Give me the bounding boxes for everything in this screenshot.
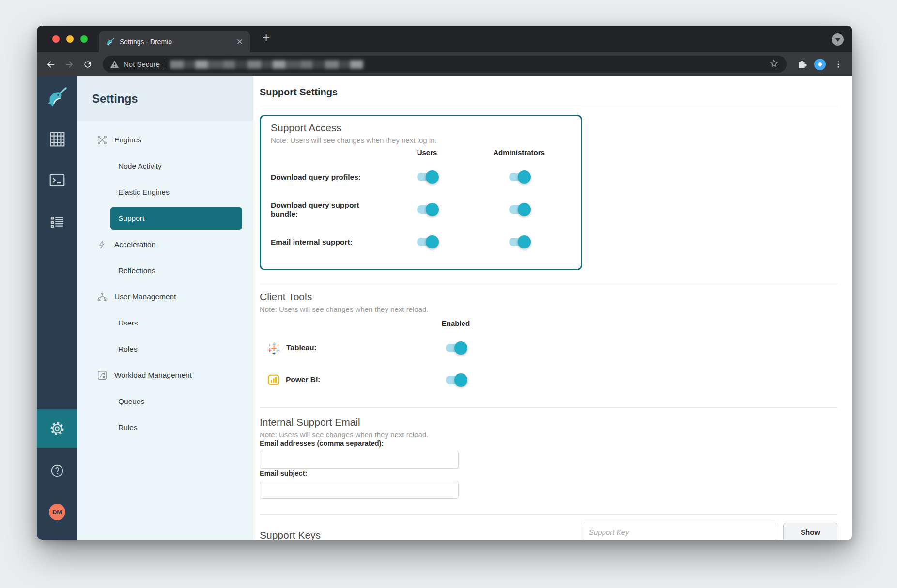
toggle-powerbi-enabled[interactable] xyxy=(446,376,466,384)
nav-item-elastic-engines[interactable]: Elastic Engines xyxy=(77,179,253,205)
nav-item-label: Node Activity xyxy=(118,162,162,170)
divider xyxy=(260,514,837,515)
engines-icon xyxy=(97,135,108,145)
toggle-email-internal-support-users[interactable] xyxy=(417,238,437,246)
divider xyxy=(260,407,837,408)
row-label-email-internal-support: Email internal support: xyxy=(271,226,387,258)
show-support-key-button[interactable]: Show xyxy=(783,523,837,540)
nav-item-support-selected[interactable]: Support xyxy=(110,207,242,230)
reload-button[interactable] xyxy=(80,57,95,72)
client-tools-title: Client Tools xyxy=(260,291,837,303)
email-addresses-label: Email addresses (comma separated): xyxy=(260,439,384,447)
settings-panel-title: Settings xyxy=(92,92,138,106)
browser-toolbar: Not Secure xyxy=(37,52,852,76)
browser-tab[interactable]: Settings - Dremio ✕ xyxy=(99,31,250,52)
support-access-box: Support Access Note: Users will see chan… xyxy=(260,115,582,270)
toggle-knob xyxy=(426,170,439,184)
toggle-download-query-profiles-admins[interactable] xyxy=(509,173,529,181)
tableau-icon: + + + + + + + xyxy=(267,341,280,355)
column-header-users: Users xyxy=(387,148,467,161)
toggle-knob xyxy=(454,373,467,387)
help-icon[interactable] xyxy=(37,464,77,478)
browser-window: Settings - Dremio ✕ + Not Secure xyxy=(37,26,852,540)
nav-item-acceleration[interactable]: Acceleration xyxy=(77,232,253,258)
nav-item-label: Elastic Engines xyxy=(118,188,170,197)
toggle-knob xyxy=(518,235,531,248)
dremio-app: DM Settings Engines xyxy=(37,76,852,540)
column-header-enabled: Enabled xyxy=(419,319,492,332)
divider xyxy=(260,283,837,283)
column-header-administrators: Administrators xyxy=(467,148,571,161)
svg-text:+: + xyxy=(272,341,276,347)
support-keys-section: Support Keys Show xyxy=(260,523,837,540)
email-addresses-field[interactable] xyxy=(260,451,459,469)
acceleration-lightning-icon xyxy=(97,239,108,250)
support-access-note: Note: Users will see changes when they n… xyxy=(271,136,571,144)
close-window-button[interactable] xyxy=(52,35,60,43)
sql-runner-terminal-icon[interactable] xyxy=(37,171,77,189)
forward-button[interactable] xyxy=(62,57,77,72)
not-secure-warning-icon xyxy=(110,61,119,68)
email-subject-field[interactable] xyxy=(260,481,459,499)
settings-nav-item-active[interactable] xyxy=(37,409,77,448)
dremio-logo-icon[interactable] xyxy=(37,86,77,108)
client-tools-rows: + + + + + + + Tableau: xyxy=(260,332,837,396)
nav-item-user-management[interactable]: User Management xyxy=(77,284,253,310)
profile-extension-icon[interactable] xyxy=(813,57,827,72)
tab-title: Settings - Dremio xyxy=(120,38,232,46)
browser-menu-icon[interactable] xyxy=(831,57,846,72)
new-tab-button[interactable]: + xyxy=(263,30,270,45)
back-button[interactable] xyxy=(44,57,58,72)
nav-item-workload-management[interactable]: Workload Management xyxy=(77,362,253,388)
extensions-puzzle-icon[interactable] xyxy=(794,57,809,72)
nav-item-label: Users xyxy=(118,319,138,327)
nav-item-label: Reflections xyxy=(118,266,155,275)
tab-strip: Settings - Dremio ✕ + xyxy=(37,26,852,52)
user-avatar[interactable]: DM xyxy=(37,504,77,520)
window-controls xyxy=(52,35,88,43)
spacer xyxy=(271,148,387,161)
not-secure-label: Not Secure xyxy=(124,60,160,68)
client-tool-label: Tableau: xyxy=(286,343,317,352)
nav-item-queues[interactable]: Queues xyxy=(77,388,253,415)
toggle-download-query-support-bundle-admins[interactable] xyxy=(509,205,529,214)
toggle-download-query-profiles-users[interactable] xyxy=(417,173,437,181)
page-title: Support Settings xyxy=(260,87,837,98)
minimize-window-button[interactable] xyxy=(66,35,74,43)
nav-item-node-activity[interactable]: Node Activity xyxy=(77,153,253,179)
internal-support-email-title: Internal Support Email xyxy=(260,417,837,428)
toggle-email-internal-support-admins[interactable] xyxy=(509,238,529,246)
nav-item-label: Roles xyxy=(118,345,138,354)
maximize-window-button[interactable] xyxy=(80,35,88,43)
nav-item-reflections[interactable]: Reflections xyxy=(77,258,253,284)
toggle-knob xyxy=(518,170,531,184)
nav-item-users[interactable]: Users xyxy=(77,310,253,336)
svg-text:+: + xyxy=(277,342,279,347)
workload-management-icon xyxy=(97,370,108,381)
support-keys-title: Support Keys xyxy=(260,529,321,540)
support-settings-page: Support Settings Support Access Note: Us… xyxy=(253,76,852,540)
svg-text:+: + xyxy=(276,347,280,353)
dremio-favicon-icon xyxy=(106,37,115,46)
nav-item-engines[interactable]: Engines xyxy=(77,127,253,153)
tab-close-icon[interactable]: ✕ xyxy=(236,37,243,47)
tab-search-button[interactable] xyxy=(832,33,844,46)
client-tools-header: Enabled xyxy=(260,319,837,332)
client-tool-label: Power BI: xyxy=(286,375,320,384)
avatar-initials: DM xyxy=(49,504,65,520)
divider xyxy=(260,106,837,106)
bookmark-star-icon[interactable] xyxy=(769,59,779,70)
powerbi-icon xyxy=(267,373,280,386)
nav-item-rules[interactable]: Rules xyxy=(77,415,253,441)
datasets-grid-icon[interactable] xyxy=(37,130,77,148)
jobs-list-icon[interactable] xyxy=(37,214,77,231)
nav-item-roles[interactable]: Roles xyxy=(77,336,253,362)
toggle-download-query-support-bundle-users[interactable] xyxy=(417,205,437,214)
settings-panel: Settings Engines Node Activity xyxy=(77,76,253,540)
address-bar[interactable]: Not Secure xyxy=(103,56,787,73)
row-label-download-query-support-bundle: Download query support bundle: xyxy=(271,193,387,226)
support-key-input[interactable] xyxy=(583,523,776,540)
nav-item-label: Queues xyxy=(118,397,144,406)
toggle-tableau-enabled[interactable] xyxy=(446,344,466,352)
nav-item-label: User Management xyxy=(114,293,176,301)
